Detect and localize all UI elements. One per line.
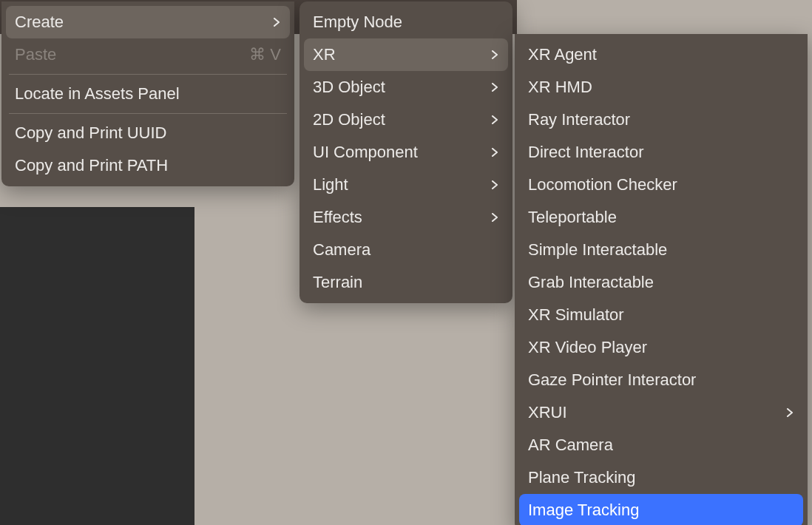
menu-item-copy-print-uuid[interactable]: Copy and Print UUID (1, 117, 294, 149)
menu-item-label: Simple Interactable (528, 240, 794, 260)
menu-item-image-tracking[interactable]: Image Tracking (519, 494, 803, 525)
menu-item-label: Terrain (313, 273, 499, 292)
context-menu-level3: XR Agent XR HMD Ray Interactor Direct In… (515, 34, 808, 525)
menu-item-simple-interactable[interactable]: Simple Interactable (515, 234, 808, 266)
menu-item-xrui[interactable]: XRUI (515, 396, 808, 429)
context-menu-level2: Empty Node XR 3D Object 2D Object UI Com… (300, 1, 512, 303)
menu-item-xr[interactable]: XR (304, 38, 508, 71)
menu-separator (9, 74, 287, 75)
chevron-right-icon (490, 50, 499, 59)
menu-item-label: Effects (313, 208, 480, 227)
menu-item-label: 3D Object (313, 78, 480, 97)
menu-item-label: XR Video Player (528, 338, 794, 357)
menu-item-ray-interactor[interactable]: Ray Interactor (515, 104, 808, 136)
menu-item-shortcut: ⌘ V (249, 45, 281, 64)
menu-separator (9, 113, 287, 114)
menu-item-label: XR Simulator (528, 305, 794, 325)
menu-item-label: Light (313, 175, 480, 194)
menu-item-xr-agent[interactable]: XR Agent (515, 38, 808, 71)
menu-item-2d-object[interactable]: 2D Object (300, 104, 512, 136)
menu-item-create[interactable]: Create (6, 6, 290, 38)
menu-item-label: Grab Interactable (528, 273, 794, 292)
menu-item-locate-in-assets-panel[interactable]: Locate in Assets Panel (1, 78, 294, 110)
side-panel-background (0, 207, 194, 525)
chevron-right-icon (490, 180, 499, 189)
menu-item-camera[interactable]: Camera (300, 234, 512, 266)
menu-item-ar-camera[interactable]: AR Camera (515, 429, 808, 461)
menu-item-xr-hmd[interactable]: XR HMD (515, 71, 808, 104)
menu-item-label: AR Camera (528, 436, 794, 455)
menu-item-teleportable[interactable]: Teleportable (515, 201, 808, 234)
chevron-right-icon (272, 18, 281, 27)
menu-item-ui-component[interactable]: UI Component (300, 136, 512, 169)
menu-item-grab-interactable[interactable]: Grab Interactable (515, 266, 808, 299)
menu-item-label: XR HMD (528, 78, 794, 97)
menu-item-plane-tracking[interactable]: Plane Tracking (515, 461, 808, 494)
menu-item-label: Direct Interactor (528, 143, 794, 162)
menu-item-gaze-pointer-interactor[interactable]: Gaze Pointer Interactor (515, 364, 808, 396)
chevron-right-icon (490, 213, 499, 222)
menu-item-label: XR Agent (528, 45, 794, 64)
menu-item-label: Gaze Pointer Interactor (528, 370, 794, 390)
chevron-right-icon (490, 148, 499, 157)
menu-item-3d-object[interactable]: 3D Object (300, 71, 512, 104)
menu-item-xr-simulator[interactable]: XR Simulator (515, 299, 808, 331)
context-menu-level1: Create Paste ⌘ V Locate in Assets Panel … (1, 1, 294, 186)
menu-item-label: Copy and Print UUID (15, 123, 281, 143)
menu-item-label: Copy and Print PATH (15, 156, 281, 175)
menu-item-label: UI Component (313, 143, 480, 162)
menu-item-label: XR (313, 45, 480, 64)
chevron-right-icon (490, 115, 499, 124)
menu-item-label: Image Tracking (528, 501, 794, 520)
menu-item-label: Locomotion Checker (528, 175, 794, 194)
menu-item-label: Create (15, 13, 262, 32)
menu-item-empty-node[interactable]: Empty Node (300, 6, 512, 38)
menu-item-label: XRUI (528, 403, 775, 422)
menu-item-paste[interactable]: Paste ⌘ V (1, 38, 294, 71)
menu-item-xr-video-player[interactable]: XR Video Player (515, 331, 808, 364)
menu-item-label: Camera (313, 240, 499, 260)
menu-item-label: Paste (15, 45, 234, 64)
menu-item-copy-print-path[interactable]: Copy and Print PATH (1, 149, 294, 182)
menu-item-label: Ray Interactor (528, 110, 794, 129)
chevron-right-icon (785, 408, 794, 417)
menu-item-effects[interactable]: Effects (300, 201, 512, 234)
menu-item-direct-interactor[interactable]: Direct Interactor (515, 136, 808, 169)
menu-item-label: Plane Tracking (528, 468, 794, 487)
chevron-right-icon (490, 83, 499, 92)
menu-item-label: 2D Object (313, 110, 480, 129)
menu-item-light[interactable]: Light (300, 169, 512, 201)
menu-item-label: Empty Node (313, 13, 499, 32)
menu-item-label: Locate in Assets Panel (15, 84, 281, 104)
menu-item-label: Teleportable (528, 208, 794, 227)
menu-item-terrain[interactable]: Terrain (300, 266, 512, 299)
menu-item-locomotion-checker[interactable]: Locomotion Checker (515, 169, 808, 201)
